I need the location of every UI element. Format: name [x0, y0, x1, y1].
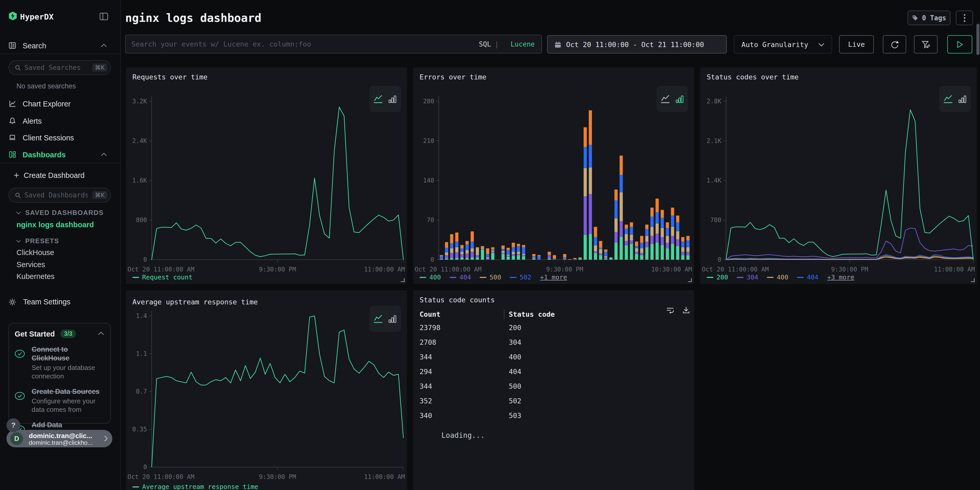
more-menu-button[interactable] — [956, 11, 973, 25]
bar-segment-404 — [686, 252, 689, 255]
svg-text:2.4K: 2.4K — [132, 137, 147, 145]
get-started-step-connect[interactable]: Connect to ClickHouse Set up your databa… — [15, 345, 105, 380]
legend-item[interactable]: 404 — [797, 274, 818, 281]
bar-segment-503 — [599, 241, 602, 248]
bar-segment-400 — [671, 244, 674, 260]
sidebar-item-nginx-logs-dashboard[interactable]: nginx logs dashboard — [16, 221, 94, 229]
table-row[interactable]: 344500 — [413, 379, 694, 393]
app-title: HyperDX — [20, 12, 54, 21]
cell-status-code: 502 — [509, 397, 521, 405]
bar-segment-404 — [630, 240, 633, 244]
saved-dashboards-search[interactable]: ⌘K — [8, 188, 111, 202]
legend-more-link[interactable]: +3 more — [827, 274, 854, 281]
collapse-sidebar-icon[interactable] — [99, 12, 108, 21]
bar-segment-503 — [635, 242, 638, 246]
shortcut-badge: ⌘K — [92, 64, 107, 72]
bar-segment-500 — [666, 236, 669, 243]
saved-searches-input[interactable] — [24, 61, 88, 74]
column-divider[interactable] — [504, 310, 505, 318]
saved-dashboards-section[interactable]: SAVED DASHBOARDS — [16, 209, 103, 217]
chevron-right-icon — [104, 436, 108, 442]
granularity-select[interactable]: Auto Granularity — [734, 35, 832, 54]
sidebar-item-team-settings[interactable]: Team Settings — [8, 298, 70, 306]
run-query-button[interactable] — [947, 35, 972, 54]
legend-item[interactable]: 502 — [510, 274, 531, 281]
refresh-button[interactable] — [883, 35, 906, 54]
wrap-lines-icon[interactable] — [666, 305, 675, 315]
create-dashboard-button[interactable]: Create Dashboard — [13, 170, 84, 181]
avatar: D — [10, 432, 23, 445]
legend-item[interactable]: Average upstream response time — [132, 483, 258, 490]
table-row[interactable]: 294404 — [413, 364, 694, 379]
step-title: Add Data — [32, 421, 102, 430]
bar-segment-400 — [686, 255, 689, 260]
legend-item[interactable]: 400 — [420, 274, 441, 281]
resize-handle[interactable] — [971, 278, 975, 282]
legend-item[interactable]: 200 — [707, 274, 728, 281]
bar-segment-503 — [547, 252, 550, 255]
bar-segment-503 — [671, 208, 674, 216]
table-row[interactable]: 352502 — [413, 393, 694, 408]
scrollbar-thumb[interactable] — [977, 24, 980, 55]
live-button[interactable]: Live — [839, 35, 874, 54]
bar-segment-502 — [450, 243, 453, 248]
sql-mode-toggle[interactable]: SQL — [479, 40, 491, 48]
legend-swatch — [510, 277, 517, 278]
saved-dashboards-input[interactable] — [24, 189, 88, 202]
sidebar-item-client-sessions[interactable]: Client Sessions — [0, 130, 120, 145]
svg-text:9:30:00 PM: 9:30:00 PM — [259, 473, 296, 480]
bar-segment-503 — [614, 189, 617, 200]
sidebar-item-dashboards[interactable]: Dashboards — [0, 147, 120, 162]
saved-searches-search[interactable]: ⌘K — [8, 60, 111, 75]
sidebar-item-kubernetes[interactable]: Kubernetes — [16, 272, 54, 281]
chevron-up-icon[interactable] — [98, 332, 104, 335]
sidebar-item-clickhouse[interactable]: ClickHouse — [16, 248, 54, 257]
lucene-mode-toggle[interactable]: Lucene — [511, 40, 535, 48]
bar-segment-502 — [645, 229, 648, 236]
table-row[interactable]: 344400 — [413, 349, 694, 364]
legend-item[interactable]: 304 — [737, 274, 758, 281]
resize-handle[interactable] — [401, 278, 405, 282]
requests-chart: 08001.6K2.4K3.2KOct 20 11:00:00 AM9:30:0… — [126, 92, 407, 272]
bar-segment-500 — [481, 248, 484, 249]
legend-swatch — [737, 277, 743, 278]
panel-requests-over-time: Requests over time 08001.6K2.4K3.2KOct 2… — [126, 67, 407, 284]
event-search-bar[interactable]: SQL | Lucene — [125, 35, 542, 54]
bar-segment-502 — [651, 217, 654, 227]
resize-handle[interactable] — [688, 278, 692, 282]
table-row[interactable]: 23798200 — [413, 320, 694, 335]
bar-segment-503 — [486, 248, 489, 254]
user-profile[interactable]: D dominic.tran@clic... dominic.tran@clic… — [6, 430, 112, 447]
chevron-down-icon — [16, 211, 21, 215]
panel-errors-over-time: Errors over time 070140210280Oct 20 11:0… — [413, 67, 694, 284]
bar-segment-400 — [481, 249, 484, 260]
sidebar-item-services[interactable]: Services — [16, 261, 45, 269]
help-button[interactable]: ? — [6, 418, 20, 432]
time-range-picker[interactable]: Oct 20 11:00:00 - Oct 21 11:00:00 — [547, 35, 727, 54]
chart-title: Requests over time — [132, 73, 208, 81]
legend-item[interactable]: Request count — [132, 274, 192, 281]
filter-button[interactable] — [914, 35, 937, 54]
sidebar-item-alerts[interactable]: Alerts — [0, 113, 120, 128]
step-desc: Configure where your data comes from — [32, 397, 102, 414]
svg-text:2.8K: 2.8K — [706, 98, 721, 105]
tags-button[interactable]: 0 Tags — [907, 11, 950, 25]
table-row[interactable]: 340503 — [413, 408, 694, 423]
presets-section[interactable]: PRESETS — [16, 237, 59, 245]
download-icon[interactable] — [681, 305, 691, 315]
legend-item[interactable]: 400 — [767, 274, 788, 281]
legend-more-link[interactable]: +1 more — [540, 274, 567, 281]
bar-segment-404 — [655, 234, 659, 243]
series-line-Request count — [152, 107, 403, 260]
event-search-input[interactable] — [131, 36, 473, 52]
bar-segment-400 — [466, 258, 469, 260]
table-row[interactable]: 2708304 — [413, 335, 694, 349]
legend-item[interactable]: 500 — [480, 274, 501, 281]
sidebar-section-search[interactable]: Search — [0, 38, 120, 53]
sidebar-item-chart-explorer[interactable]: Chart Explorer — [0, 96, 120, 111]
bar-segment-400 — [651, 244, 654, 260]
search-section-label: Search — [22, 41, 46, 50]
get-started-step-sources[interactable]: Create Data Sources Configure where your… — [15, 387, 105, 414]
bar-segment-400 — [522, 256, 525, 260]
legend-item[interactable]: 404 — [450, 274, 471, 281]
